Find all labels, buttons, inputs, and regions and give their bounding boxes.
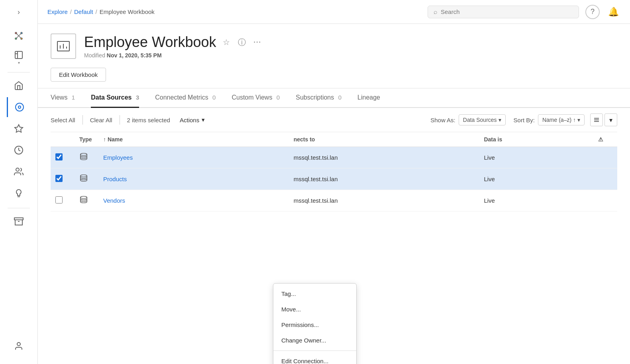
svg-point-15 bbox=[16, 168, 19, 171]
table-row: Vendors mssql.test.tsi.lan Live bbox=[51, 190, 617, 211]
table-area: Select All Clear All 2 items selected Ac… bbox=[38, 108, 630, 364]
breadcrumb: Explore / Default / Employee Workbook bbox=[47, 8, 421, 15]
sidebar-item-layout[interactable]: ▾ bbox=[7, 47, 31, 67]
actions-button[interactable]: Actions ▾ bbox=[175, 114, 210, 126]
tab-subscriptions[interactable]: Subscriptions 0 bbox=[296, 88, 341, 108]
menu-item-change-owner[interactable]: Change Owner... bbox=[273, 333, 356, 348]
favorite-button[interactable]: ☆ bbox=[221, 36, 232, 49]
topbar: Explore / Default / Employee Workbook ⌕ … bbox=[38, 0, 630, 24]
sort-group: Sort By: Name (a–z) ↑ ▾ bbox=[514, 114, 585, 125]
row-1-name-cell[interactable]: Employees bbox=[98, 147, 289, 168]
row-1-warning-cell bbox=[593, 147, 617, 168]
row-2-name-cell[interactable]: Products bbox=[98, 168, 289, 190]
breadcrumb-default[interactable]: Default bbox=[74, 8, 93, 15]
info-button[interactable]: ⓘ bbox=[236, 35, 247, 49]
col-header-connects: nects to bbox=[289, 132, 479, 147]
row-2-connects-cell: mssql.test.tsi.lan bbox=[289, 168, 479, 190]
row-3-checkbox[interactable] bbox=[55, 196, 63, 204]
breadcrumb-current: Employee Workbook bbox=[100, 8, 155, 15]
row-3-name-cell[interactable]: Vendors bbox=[98, 190, 289, 211]
sidebar-item-pulse[interactable] bbox=[7, 97, 31, 117]
tab-views[interactable]: Views 1 bbox=[51, 88, 75, 108]
row-1-type-cell bbox=[75, 147, 98, 168]
datasource-icon-3 bbox=[79, 196, 88, 204]
svg-point-12 bbox=[18, 106, 21, 108]
warning-header-icon: ⚠ bbox=[598, 136, 603, 143]
sidebar-item-favorites[interactable] bbox=[7, 119, 31, 139]
edit-workbook-button[interactable]: Edit Workbook bbox=[51, 68, 106, 82]
row-3-checkbox-cell[interactable] bbox=[51, 190, 75, 211]
page-title: Employee Workbook bbox=[84, 34, 216, 51]
star-icon bbox=[14, 124, 24, 133]
svg-rect-8 bbox=[15, 51, 22, 59]
search-box[interactable]: ⌕ bbox=[428, 6, 579, 18]
sidebar-item-logo[interactable] bbox=[7, 26, 31, 46]
grid-view-button[interactable]: ▾ bbox=[604, 114, 617, 126]
select-all-button[interactable]: Select All bbox=[51, 115, 75, 125]
toolbar-divider-2 bbox=[120, 115, 120, 125]
row-2-checkbox[interactable] bbox=[55, 175, 63, 182]
sidebar-item-home[interactable] bbox=[7, 76, 31, 96]
search-input[interactable] bbox=[441, 8, 573, 15]
workbook-title-group: Employee Workbook ☆ ⓘ ··· Modified Nov 1… bbox=[84, 34, 263, 59]
sidebar-item-users[interactable] bbox=[7, 162, 31, 182]
clear-all-button[interactable]: Clear All bbox=[90, 115, 112, 125]
toolbar: Select All Clear All 2 items selected Ac… bbox=[51, 108, 617, 132]
svg-rect-16 bbox=[14, 218, 23, 220]
breadcrumb-explore[interactable]: Explore bbox=[47, 8, 68, 15]
datasource-icon bbox=[79, 153, 88, 161]
team-icon bbox=[14, 341, 24, 351]
sort-by-dropdown[interactable]: Name (a–z) ↑ ▾ bbox=[538, 114, 585, 125]
modified-date: Nov 1, 2020, 5:35 PM bbox=[107, 52, 162, 59]
sidebar-item-recents[interactable] bbox=[7, 140, 31, 160]
col-header-name[interactable]: ↑ Name bbox=[98, 132, 289, 147]
sort-by-value: Name (a–z) ↑ bbox=[542, 117, 576, 123]
svg-point-26 bbox=[80, 153, 87, 156]
menu-item-edit-connection[interactable]: Edit Connection... bbox=[273, 353, 356, 364]
sidebar-item-recommendations[interactable] bbox=[7, 183, 31, 203]
svg-marker-13 bbox=[15, 125, 23, 132]
row-2-data-is-cell: Live bbox=[479, 168, 593, 190]
menu-item-permissions[interactable]: Permissions... bbox=[273, 317, 356, 333]
col-header-type: Type bbox=[75, 132, 98, 147]
notifications-button[interactable]: 🔔 bbox=[606, 5, 620, 19]
toolbar-divider-1 bbox=[82, 115, 83, 125]
sidebar-toggle[interactable]: › bbox=[11, 4, 27, 20]
workbook-chart-icon bbox=[56, 39, 71, 53]
row-1-checkbox-cell[interactable] bbox=[51, 147, 75, 168]
sidebar: › ▾ bbox=[0, 0, 38, 364]
show-as-chevron-icon: ▾ bbox=[499, 117, 501, 123]
data-table: Type ↑ Name nects to Data is ⚠ bbox=[51, 132, 617, 211]
users-icon bbox=[14, 167, 24, 176]
row-3-connects-cell: mssql.test.tsi.lan bbox=[289, 190, 479, 211]
tab-custom-views[interactable]: Custom Views 0 bbox=[232, 88, 280, 108]
tab-data-sources[interactable]: Data Sources 3 bbox=[91, 88, 139, 108]
sidebar-item-collections[interactable] bbox=[7, 211, 31, 231]
menu-item-move[interactable]: Move... bbox=[273, 301, 356, 317]
menu-item-tag[interactable]: Tag... bbox=[273, 286, 356, 301]
tab-lineage[interactable]: Lineage bbox=[357, 88, 380, 108]
sidebar-bottom bbox=[7, 336, 31, 358]
pulse-icon bbox=[15, 102, 24, 112]
tab-connected-metrics[interactable]: Connected Metrics 0 bbox=[155, 88, 216, 108]
list-view-button[interactable] bbox=[590, 114, 603, 126]
actions-label: Actions bbox=[180, 117, 199, 123]
archive-icon bbox=[14, 217, 24, 226]
sidebar-item-team[interactable] bbox=[7, 336, 31, 356]
list-icon bbox=[593, 117, 600, 123]
logo-icon bbox=[14, 31, 24, 41]
show-as-label: Show As: bbox=[430, 117, 455, 123]
more-button[interactable]: ··· bbox=[252, 37, 263, 47]
row-2-checkbox-cell[interactable] bbox=[51, 168, 75, 190]
topbar-actions: ? 🔔 bbox=[585, 5, 620, 19]
page-header: Employee Workbook ☆ ⓘ ··· Modified Nov 1… bbox=[38, 24, 630, 88]
svg-point-6 bbox=[15, 38, 17, 39]
tabs-bar: Views 1 Data Sources 3 Connected Metrics… bbox=[38, 88, 630, 108]
svg-point-5 bbox=[21, 32, 22, 34]
show-as-dropdown[interactable]: Data Sources ▾ bbox=[459, 114, 506, 125]
row-2-warning-cell bbox=[593, 168, 617, 190]
main-content: Explore / Default / Employee Workbook ⌕ … bbox=[38, 0, 630, 364]
help-button[interactable]: ? bbox=[585, 5, 600, 19]
row-1-checkbox[interactable] bbox=[55, 153, 63, 160]
sort-by-label: Sort By: bbox=[514, 117, 535, 123]
